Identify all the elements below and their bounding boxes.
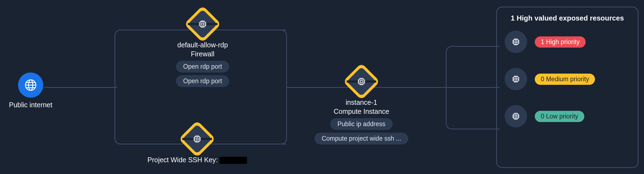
connector: [286, 37, 287, 88]
node-title-text: Project Wide SSH Key:: [147, 156, 218, 164]
connector: [279, 30, 287, 38]
connector: [114, 87, 115, 138]
cpu-icon: [189, 11, 216, 37]
svg-rect-17: [195, 137, 200, 141]
node-title: instance-1: [314, 98, 409, 106]
node-sshkey[interactable]: Project Wide SSH Key:: [137, 126, 257, 164]
node-instance[interactable]: instance-1 Compute Instance Public ip ad…: [314, 68, 409, 144]
svg-rect-74: [515, 115, 517, 117]
node-subtitle: Compute Instance: [314, 108, 409, 115]
cpu-icon: [348, 68, 375, 95]
svg-rect-3: [200, 22, 205, 27]
tag-pill[interactable]: Public ip address: [330, 118, 392, 130]
svg-rect-31: [359, 79, 364, 84]
priority-row-high[interactable]: 1 High priority: [505, 31, 630, 53]
node-title: default-allow-rdp: [164, 41, 241, 49]
svg-rect-18: [196, 138, 198, 140]
attack-path-diagram: Public internet default-allow-rdp Firewa…: [0, 0, 644, 174]
priority-row-medium[interactable]: 0 Medium priority: [505, 68, 630, 90]
svg-rect-46: [515, 41, 517, 43]
cpu-icon: [505, 105, 527, 127]
priority-badge: 0 Low priority: [535, 111, 584, 122]
exposed-resources-panel: 1 High valued exposed resources 1 High p…: [496, 7, 639, 168]
connector: [114, 136, 123, 144]
connector: [453, 46, 500, 47]
svg-rect-32: [360, 80, 363, 83]
priority-row-low[interactable]: 0 Low priority: [505, 105, 630, 127]
svg-rect-73: [514, 114, 518, 119]
connector: [279, 136, 287, 144]
cpu-icon: [505, 31, 527, 53]
svg-rect-59: [514, 77, 518, 82]
connector: [114, 37, 115, 88]
redacted-value: [220, 157, 247, 164]
connector: [286, 87, 287, 138]
node-title: Project Wide SSH Key:: [137, 156, 257, 164]
connector: [446, 46, 454, 54]
node-subtitle: Firewall: [164, 50, 241, 58]
cpu-icon: [505, 68, 527, 90]
svg-rect-60: [515, 78, 517, 80]
node-public-internet[interactable]: Public internet: [6, 72, 55, 109]
svg-rect-4: [202, 23, 204, 25]
cpu-icon: [184, 126, 210, 152]
globe-icon: [18, 72, 43, 98]
connector: [453, 129, 500, 129]
connector: [114, 30, 123, 38]
tag-pill[interactable]: Open rdp port: [176, 75, 229, 87]
tag-pill[interactable]: Open rdp port: [176, 61, 229, 72]
tag-pill[interactable]: Compute project wide ssh ...: [315, 133, 408, 144]
panel-title: 1 High valued exposed resources: [505, 14, 630, 22]
svg-rect-45: [514, 40, 518, 44]
priority-badge: 0 Medium priority: [535, 74, 595, 85]
node-firewall[interactable]: default-allow-rdp Firewall Open rdp port…: [164, 11, 241, 87]
connector: [446, 54, 447, 122]
node-label: Public internet: [6, 101, 55, 109]
connector: [446, 121, 454, 129]
connector: [447, 87, 500, 88]
priority-badge: 1 High priority: [535, 36, 586, 48]
